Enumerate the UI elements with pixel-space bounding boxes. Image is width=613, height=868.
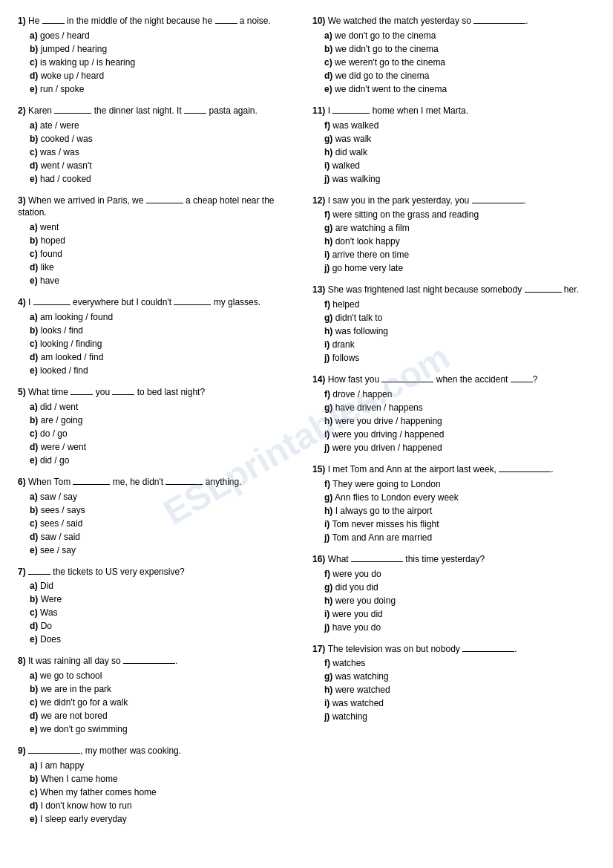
option-item: d) I don't know how to run [30, 799, 301, 812]
option-item: g) are watching a film [324, 221, 595, 235]
answer-blank [174, 296, 211, 305]
option-label: h) were you doing [324, 595, 396, 606]
option-item: e) run / spoke [30, 82, 301, 96]
option-label: e) we don't go swimming [30, 724, 128, 734]
question: 12) I saw you in the park yesterday, you… [312, 195, 595, 275]
option-label: c) we didn't go for a walk [30, 697, 128, 708]
options-list: f) were you dog) did you didh) were you … [312, 567, 595, 634]
option-label: i) were you driving / happened [324, 429, 444, 440]
question-number: 8) [18, 656, 28, 666]
option-item: j) go home very late [324, 261, 595, 275]
question: 7) the tickets to US very expensive?a) D… [18, 566, 301, 647]
option-item: f) They were going to London [324, 477, 595, 491]
option-item: j) was walking [324, 172, 595, 186]
option-item: h) were you doing [324, 594, 595, 607]
option-item: g) have driven / happens [324, 401, 595, 414]
option-item: d) we are not bored [30, 709, 301, 722]
option-label: c) do / go [30, 428, 68, 439]
option-label: j) have you do [324, 622, 381, 633]
option-item: b) Were [30, 593, 301, 606]
answer-blank [123, 655, 175, 664]
option-label: a) we don't go to the cinema [324, 30, 436, 41]
option-label: j) were you driven / happened [324, 443, 442, 453]
question-header: 14) How fast you when the accident ? [312, 373, 595, 386]
question-number: 11) [312, 105, 328, 116]
option-item: b) sees / says [30, 503, 301, 517]
option-label: b) Were [30, 594, 62, 604]
answer-blank [525, 284, 562, 293]
answer-blank [511, 373, 533, 382]
option-label: c) is waking up / is hearing [30, 57, 135, 68]
question: 4) I everywhere but I couldn't my glasse… [18, 296, 301, 377]
option-label: e) Does [30, 634, 61, 645]
option-label: d) we are not bored [30, 711, 108, 721]
option-label: h) were you drive / happening [324, 416, 442, 426]
options-list: f) was walkedg) was walkh) did walki) wa… [312, 119, 595, 186]
options-list: a) we go to schoolb) we are in the parkc… [18, 669, 301, 736]
option-label: i) was watched [324, 698, 384, 708]
option-label: d) am looked / find [30, 352, 103, 362]
option-item: h) did walk [324, 146, 595, 159]
option-item: a) goes / heard [30, 29, 301, 42]
option-label: d) we did go to the cinema [324, 71, 429, 81]
option-label: c) sees / said [30, 518, 82, 529]
question-header: 9) , my mother was cooking. [18, 745, 301, 757]
option-item: f) was walked [324, 119, 595, 132]
question-number: 5) [18, 387, 28, 397]
option-item: d) Do [30, 619, 301, 633]
answer-blank [28, 566, 50, 575]
option-item: c) do / go [30, 427, 301, 440]
option-label: h) was following [324, 326, 388, 336]
option-item: i) were you driving / happened [324, 428, 595, 441]
option-item: f) were sitting on the grass and reading [324, 208, 595, 221]
answer-blank [165, 476, 203, 485]
option-label: j) watching [324, 711, 367, 722]
question-header: 12) I saw you in the park yesterday, you… [312, 195, 595, 207]
question-number: 10) [312, 16, 328, 26]
option-item: i) walked [324, 159, 595, 172]
option-item: i) arrive there on time [324, 248, 595, 261]
options-list: f) They were going to Londong) Ann flies… [312, 477, 595, 544]
answer-blank [381, 373, 433, 382]
option-item: a) we go to school [30, 669, 301, 682]
option-item: e) did / go [30, 454, 301, 467]
option-label: g) have driven / happens [324, 402, 423, 413]
option-label: g) didn't talk to [324, 313, 382, 323]
option-label: b) are / going [30, 415, 82, 425]
question-number: 15) [312, 464, 328, 474]
option-label: a) goes / heard [30, 30, 90, 41]
option-label: f) They were going to London [324, 479, 441, 489]
question-number: 17) [312, 644, 328, 654]
option-label: a) went [30, 222, 59, 232]
option-item: g) didn't talk to [324, 311, 595, 324]
option-label: a) ate / were [30, 120, 79, 131]
question-header: 3) When we arrived in Paris, we a cheap … [18, 195, 301, 220]
answer-blank [33, 296, 71, 305]
option-label: i) were you did [324, 609, 383, 619]
option-item: d) we did go to the cinema [324, 69, 595, 82]
option-item: b) jumped / hearing [30, 42, 301, 56]
option-item: d) saw / said [30, 530, 301, 544]
answer-blank [54, 105, 91, 114]
option-item: j) watching [324, 710, 595, 723]
option-item: e) we didn't went to the cinema [324, 82, 595, 96]
option-item: i) Tom never misses his flight [324, 518, 595, 531]
options-list: a) did / wentb) are / goingc) do / god) … [18, 400, 301, 467]
answer-blank [73, 476, 110, 485]
option-label: a) am looking / found [30, 312, 113, 322]
option-label: d) were / went [30, 442, 86, 452]
options-list: a) goes / heardb) jumped / hearingc) is … [18, 29, 301, 96]
option-label: c) looking / finding [30, 339, 102, 349]
option-label: d) woke up / heard [30, 71, 104, 81]
option-label: c) we weren't go to the cinema [324, 57, 445, 68]
option-item: d) like [30, 261, 301, 274]
option-item: c) found [30, 247, 301, 261]
question-number: 14) [312, 374, 328, 385]
option-label: j) go home very late [324, 263, 403, 273]
question-header: 1) He in the middle of the night because… [18, 15, 301, 27]
option-label: e) we didn't went to the cinema [324, 84, 447, 94]
option-item: h) I always go to the airport [324, 504, 595, 518]
answer-blank [473, 15, 525, 24]
option-item: c) we didn't go for a walk [30, 696, 301, 709]
answer-blank [184, 105, 206, 114]
